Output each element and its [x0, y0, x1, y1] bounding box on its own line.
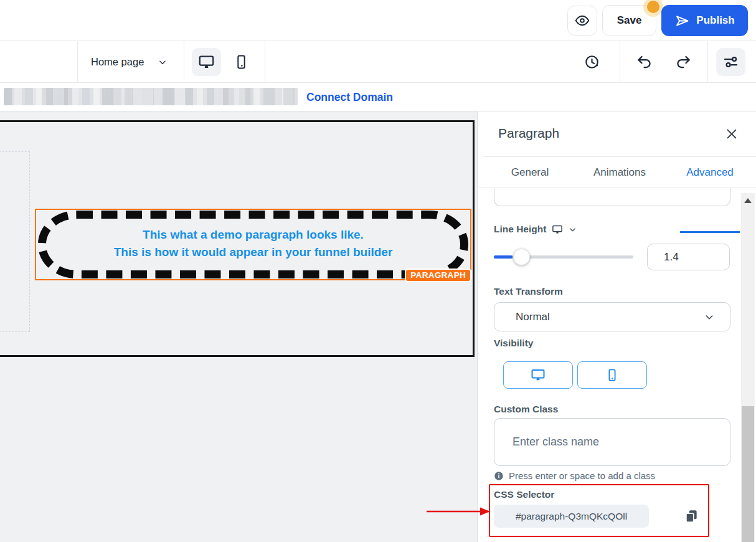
- custom-class-label: Custom Class: [494, 404, 558, 415]
- line-height-label: Line Height: [494, 224, 546, 235]
- slider-fill: [494, 255, 513, 259]
- mobile-icon: [605, 368, 619, 382]
- toolbar-divider: [77, 41, 78, 83]
- copy-icon: [683, 508, 699, 525]
- connect-domain-label: Connect Domain: [306, 91, 393, 104]
- custom-class-hint-text: Press enter or space to add a class: [509, 470, 655, 481]
- top-bar: Save Publish: [0, 0, 756, 41]
- send-icon: [674, 13, 690, 29]
- connect-domain-link[interactable]: Connect Domain: [306, 83, 393, 112]
- settings-panel: Paragraph General Animations Advanced Li…: [478, 112, 756, 542]
- line-height-value-input[interactable]: [647, 244, 730, 270]
- desktop-icon: [531, 368, 546, 383]
- panel-title: Paragraph: [498, 126, 559, 141]
- tab-animations[interactable]: Animations: [585, 156, 654, 188]
- paragraph-line-1: This what a demo paragraph looks like.: [36, 226, 470, 244]
- scrollbar-thumb[interactable]: [742, 406, 754, 542]
- chevron-down-icon: [569, 226, 577, 234]
- blurred-url: [4, 88, 298, 105]
- chevron-down-icon: [158, 58, 167, 67]
- toolbar-divider: [265, 41, 265, 83]
- close-icon: [725, 127, 739, 141]
- annotation-arrow: [425, 506, 491, 517]
- version-history-button[interactable]: [577, 48, 607, 76]
- history-clock-icon: [584, 54, 600, 70]
- css-selector-value-chip[interactable]: #paragraph-Q3mQKcQOll: [494, 505, 649, 528]
- visibility-label: Visibility: [494, 338, 533, 349]
- custom-class-input[interactable]: [494, 418, 730, 466]
- publish-button[interactable]: Publish: [661, 5, 748, 36]
- visibility-mobile-button[interactable]: [577, 361, 647, 389]
- selected-paragraph-element[interactable]: This what a demo paragraph looks like. T…: [35, 209, 471, 280]
- slider-thumb[interactable]: [513, 249, 530, 265]
- tab-animations-label: Animations: [593, 166, 646, 179]
- toolbar-divider: [620, 41, 620, 83]
- save-notification-dot: [647, 1, 659, 13]
- tab-general-label: General: [511, 166, 549, 179]
- paragraph-line-2: This is how it would appear in your funn…: [36, 244, 470, 261]
- chevron-down-icon: [704, 312, 714, 322]
- undo-icon: [636, 54, 653, 70]
- element-type-badge: PARAGRAPH: [405, 269, 471, 282]
- toolbar-divider: [707, 41, 708, 83]
- toolbar-divider: [184, 41, 184, 83]
- text-transform-value: Normal: [516, 311, 550, 323]
- tab-general[interactable]: General: [505, 156, 555, 188]
- paragraph-text[interactable]: This what a demo paragraph looks like. T…: [36, 226, 470, 260]
- visibility-desktop-button[interactable]: [503, 361, 573, 389]
- active-tab-underline: [680, 231, 740, 233]
- close-panel-button[interactable]: [724, 126, 740, 142]
- line-height-header[interactable]: Line Height: [494, 224, 577, 235]
- preview-button[interactable]: [567, 6, 597, 36]
- sliders-icon: [722, 54, 739, 70]
- device-desktop-mini-icon: [552, 224, 563, 235]
- tab-advanced-label: Advanced: [686, 166, 734, 179]
- undo-button[interactable]: [630, 48, 659, 76]
- redo-icon: [675, 54, 692, 70]
- page-selector-dropdown[interactable]: Home page: [91, 41, 167, 83]
- funnel-builder-app: Save Publish Home page: [0, 0, 756, 542]
- clipped-input-box[interactable]: [494, 188, 730, 206]
- settings-panel-button[interactable]: [716, 48, 745, 76]
- desktop-view-button[interactable]: [192, 48, 221, 76]
- copy-selector-button[interactable]: [683, 508, 699, 525]
- info-icon: [494, 471, 504, 481]
- mobile-view-button[interactable]: [227, 48, 256, 76]
- text-transform-label: Text Transform: [494, 286, 563, 297]
- page-selector-value: Home page: [91, 56, 144, 68]
- desktop-icon: [198, 54, 215, 70]
- text-transform-select[interactable]: Normal: [494, 302, 730, 331]
- redo-button[interactable]: [669, 48, 698, 76]
- save-button-label: Save: [617, 14, 642, 27]
- publish-button-label: Publish: [696, 14, 734, 27]
- line-height-slider[interactable]: [494, 255, 633, 259]
- css-selector-value: #paragraph-Q3mQKcQOll: [516, 511, 627, 522]
- section-outline: [0, 151, 30, 332]
- custom-class-hint: Press enter or space to add a class: [494, 470, 655, 481]
- mobile-icon: [234, 54, 249, 70]
- panel-tabs: General Animations Advanced: [478, 156, 756, 188]
- scrollbar-up-arrow[interactable]: [744, 198, 752, 203]
- css-selector-label: CSS Selector: [494, 489, 554, 500]
- eye-icon: [574, 12, 590, 29]
- tab-advanced[interactable]: Advanced: [680, 156, 740, 188]
